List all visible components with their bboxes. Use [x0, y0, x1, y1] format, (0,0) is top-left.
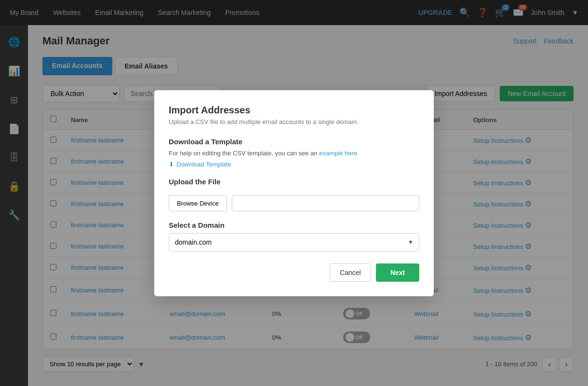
modal-footer: Cancel Next — [169, 263, 419, 282]
cancel-button[interactable]: Cancel — [330, 263, 371, 282]
browse-device-button[interactable]: Browse Device — [169, 195, 227, 211]
download-template-link[interactable]: ⬇ Download Template — [169, 161, 419, 168]
modal-title: Import Addresses — [169, 105, 419, 116]
domain-section-title: Select a Domain — [169, 221, 419, 229]
domain-select-wrapper: domain.com example.com test.org — [169, 233, 419, 251]
download-desc-text: For help on editing the CSV template, yo… — [169, 150, 318, 157]
file-path-input[interactable] — [232, 195, 419, 211]
example-here-link[interactable]: example here. — [319, 150, 359, 157]
modal-overlay[interactable]: Import Addresses Upload a CSV file to ad… — [0, 0, 588, 386]
upload-section-title: Upload the File — [169, 178, 419, 186]
file-input-row: Browse Device — [169, 195, 419, 211]
download-icon: ⬇ — [169, 161, 174, 168]
next-button[interactable]: Next — [376, 263, 419, 282]
download-section-title: Download a Template — [169, 138, 419, 146]
import-addresses-modal: Import Addresses Upload a CSV file to ad… — [154, 90, 434, 296]
domain-select[interactable]: domain.com example.com test.org — [169, 233, 419, 251]
download-section-desc: For help on editing the CSV template, yo… — [169, 150, 419, 157]
modal-subtitle: Upload a CSV file to add multiple email … — [169, 118, 419, 125]
